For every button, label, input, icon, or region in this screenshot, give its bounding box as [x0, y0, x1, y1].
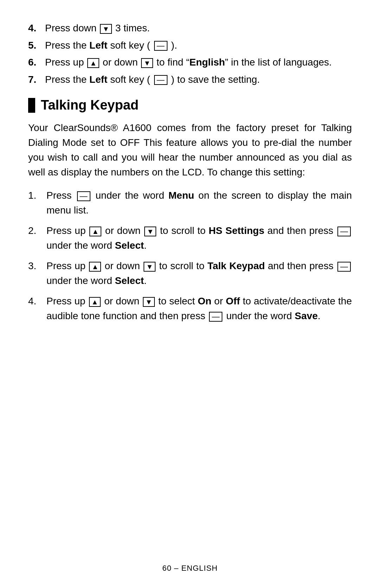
step-text: Press up ▲ or down ▼ to scroll to Talk K… [46, 259, 352, 288]
list-text: Press the Left soft key ( — ). [45, 38, 352, 53]
list-item: 2.Press up ▲ or down ▼ to scroll to HS S… [28, 223, 352, 253]
section-title: Talking Keypad [41, 97, 139, 113]
step-text: Press — under the word Menu on the scree… [46, 188, 352, 218]
list-item: 4.Press down ▼ 3 times. [28, 21, 352, 36]
steps-list: 1.Press — under the word Menu on the scr… [28, 188, 352, 323]
page: 4.Press down ▼ 3 times.5.Press the Left … [0, 0, 380, 588]
heading-bar-icon [28, 98, 35, 113]
list-text: Press the Left soft key ( — ) to save th… [45, 73, 352, 87]
list-item: 7.Press the Left soft key ( — ) to save … [28, 73, 352, 87]
list-num: 4. [28, 21, 45, 36]
list-num: 5. [28, 38, 45, 53]
list-num: 7. [28, 73, 45, 87]
step-num: 3. [28, 259, 46, 273]
list-text: Press up ▲ or down ▼ to find “English” i… [45, 55, 352, 70]
list-item: 6.Press up ▲ or down ▼ to find “English”… [28, 55, 352, 70]
step-text: Press up ▲ or down ▼ to select On or Off… [46, 294, 352, 323]
step-text: Press up ▲ or down ▼ to scroll to HS Set… [46, 223, 352, 253]
list-num: 6. [28, 55, 45, 70]
step-num: 1. [28, 188, 46, 203]
list-item: 5.Press the Left soft key ( — ). [28, 38, 352, 53]
intro-list: 4.Press down ▼ 3 times.5.Press the Left … [28, 21, 352, 87]
list-item: 3.Press up ▲ or down ▼ to scroll to Talk… [28, 259, 352, 288]
step-num: 4. [28, 294, 46, 309]
section-body: Your ClearSounds® A1600 comes from the f… [28, 120, 352, 180]
list-item: 1.Press — under the word Menu on the scr… [28, 188, 352, 218]
content-area: 4.Press down ▼ 3 times.5.Press the Left … [28, 21, 352, 323]
step-num: 2. [28, 223, 46, 238]
section-heading: Talking Keypad [28, 97, 352, 113]
list-item: 4.Press up ▲ or down ▼ to select On or O… [28, 294, 352, 323]
page-footer: 60 – ENGLISH [0, 563, 380, 574]
list-text: Press down ▼ 3 times. [45, 21, 352, 36]
